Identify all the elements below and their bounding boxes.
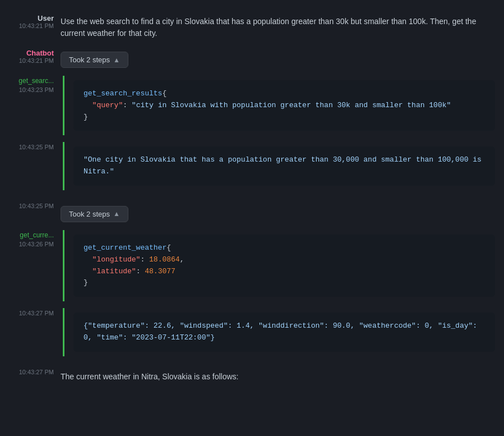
step2-val2: 48.3077 xyxy=(145,267,175,276)
took-steps-label-1: Took 2 steps xyxy=(69,56,110,64)
user-message-content: Use the web search to find a city in Slo… xyxy=(61,13,495,39)
final-message-content: The current weather in Nitra, Slovakia i… xyxy=(61,369,495,383)
step1-code-block: get_search_results{ "query": "city in Sl… xyxy=(73,80,495,131)
step1-row: get_searc... 10:43:23 PM get_search_resu… xyxy=(0,72,504,139)
chatbot-sender-col2: 10:43:25 PM xyxy=(9,203,54,222)
step1-timestamp: 10:43:23 PM xyxy=(19,86,54,93)
final-message-text: The current weather in Nitra, Slovakia i… xyxy=(61,370,495,383)
step1-result-content: "One city in Slovakia that has a populat… xyxy=(63,142,495,190)
took-steps-btn-2[interactable]: Took 2 steps ▲ xyxy=(61,206,128,222)
chatbot-timestamp1: 10:43:21 PM xyxy=(9,57,54,64)
step2-result-sender: 10:43:27 PM xyxy=(9,308,63,317)
final-sender-col: 10:43:27 PM xyxy=(9,369,54,383)
step1-content: get_search_results{ "query": "city in Sl… xyxy=(63,76,495,135)
chatbot-took1-row: Chatbot 10:43:21 PM Took 2 steps ▲ xyxy=(0,44,504,72)
chatbot-took1-content: Took 2 steps ▲ xyxy=(61,48,495,68)
user-label: User xyxy=(38,14,54,22)
step2-content: get_current_weather{ "longitude": 18.086… xyxy=(63,230,495,301)
step2-result-code-block: {"temperature": 22.6, "windspeed": 1.4, … xyxy=(73,313,495,352)
step1-result-text: "One city in Slovakia that has a populat… xyxy=(84,155,482,176)
chatbot-took2-row: 10:43:25 PM Took 2 steps ▲ xyxy=(0,198,504,227)
took-steps-label-2: Took 2 steps xyxy=(69,210,110,218)
step1-value: "city in Slovakia with population greate… xyxy=(132,101,451,109)
step2-sender: get_curre... 10:43:26 PM xyxy=(9,230,63,248)
step1-result-code-block: "One city in Slovakia that has a populat… xyxy=(73,146,495,186)
step2-result-timestamp: 10:43:27 PM xyxy=(19,310,54,316)
step1-result-sender: 10:43:25 PM xyxy=(9,142,63,151)
step1-fn-name: get_search_results xyxy=(84,89,162,98)
step2-key1: "longitude" xyxy=(93,255,141,264)
step2-val1: 18.0864 xyxy=(149,255,180,264)
step2-result-text: {"temperature": 22.6, "windspeed": 1.4, … xyxy=(84,322,477,342)
chat-container: User 10:43:21 PM Use the web search to f… xyxy=(0,0,504,396)
chatbot-sender-col1: Chatbot 10:43:21 PM xyxy=(9,48,54,68)
user-message-text: Use the web search to find a city in Slo… xyxy=(61,15,495,39)
step2-result-content: {"temperature": 22.6, "windspeed": 1.4, … xyxy=(63,308,495,356)
chevron-up-icon-1: ▲ xyxy=(113,56,120,64)
step2-func-name: get_curre... xyxy=(20,231,54,239)
step2-row: get_curre... 10:43:26 PM get_current_wea… xyxy=(0,227,504,305)
final-timestamp: 10:43:27 PM xyxy=(9,369,54,375)
step2-key2: "latitude" xyxy=(93,267,136,276)
chatbot-took2-content: Took 2 steps ▲ xyxy=(61,203,495,222)
step1-key: "query" xyxy=(93,101,123,109)
user-sender-col: User 10:43:21 PM xyxy=(9,13,54,39)
user-timestamp: 10:43:21 PM xyxy=(9,22,54,29)
final-message-row: 10:43:27 PM The current weather in Nitra… xyxy=(0,364,504,387)
step2-timestamp: 10:43:26 PM xyxy=(19,241,54,247)
step2-fn-name: get_current_weather xyxy=(84,244,167,252)
step1-result-timestamp: 10:43:25 PM xyxy=(19,144,54,150)
chatbot-timestamp2: 10:43:25 PM xyxy=(9,203,54,209)
step1-sender: get_searc... 10:43:23 PM xyxy=(9,76,63,94)
took-steps-btn-1[interactable]: Took 2 steps ▲ xyxy=(61,52,128,68)
step2-result-row: 10:43:27 PM {"temperature": 22.6, "winds… xyxy=(0,305,504,360)
chevron-up-icon-2: ▲ xyxy=(113,210,120,218)
step1-result-row: 10:43:25 PM "One city in Slovakia that h… xyxy=(0,139,504,194)
chatbot-label1: Chatbot xyxy=(26,49,54,57)
user-message-row: User 10:43:21 PM Use the web search to f… xyxy=(0,9,504,44)
step1-func-name: get_searc... xyxy=(19,77,54,85)
step2-code-block: get_current_weather{ "longitude": 18.086… xyxy=(73,235,495,297)
